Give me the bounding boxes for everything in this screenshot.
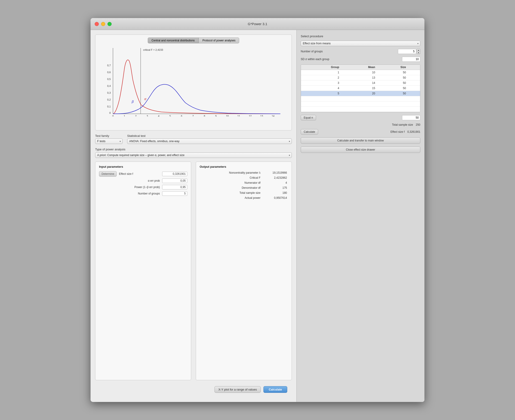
svg-text:0,4: 0,4: [107, 84, 111, 87]
group-table: Group Mean Size 1 10 50: [301, 65, 420, 112]
size-1: 50: [377, 70, 408, 75]
svg-text:0: 0: [112, 115, 114, 117]
power-input[interactable]: [162, 185, 187, 189]
mean-3: 14: [341, 80, 377, 86]
svg-text:7: 7: [192, 115, 194, 117]
numerator-df-row: Numerator df 4: [200, 181, 288, 184]
svg-text:1: 1: [124, 115, 125, 117]
right-calculate-button[interactable]: Calculate: [301, 129, 318, 135]
procedure-select-wrapper: Effect size from means: [301, 41, 420, 46]
select-procedure-label: Select procedure: [301, 35, 420, 38]
size-2: 50: [377, 75, 408, 80]
window-buttons: [95, 22, 112, 26]
critical-f-label: Critical F: [200, 176, 263, 179]
window-title: G*Power 3.1: [248, 22, 267, 26]
input-params-box: Input parameters Determine Effect size f…: [95, 162, 191, 380]
effect-size-result-area: Effect size f 0,3261901: [390, 130, 420, 134]
equal-n-input[interactable]: [402, 115, 420, 120]
actual-power-label: Actual power: [200, 196, 263, 200]
denominator-df-value: 175: [263, 186, 288, 189]
alpha-label: α err prob: [99, 179, 162, 182]
noncentrality-value: 19,1519966: [263, 171, 288, 174]
size-4: 50: [377, 86, 408, 91]
critical-f-value: 2,4232862: [263, 176, 288, 179]
numerator-df-label: Numerator df: [200, 181, 263, 184]
group-5: 5: [301, 91, 341, 96]
svg-text:0: 0: [109, 112, 111, 114]
determine-button[interactable]: Determine: [99, 171, 117, 177]
svg-text:5: 5: [169, 115, 171, 117]
right-sd-label: SD σ within each group: [301, 58, 329, 61]
svg-text:2: 2: [135, 115, 137, 117]
desktop: G*Power 3.1 Central and noncentral distr…: [0, 0, 515, 420]
col-size-header: Size: [377, 65, 408, 70]
num-groups-up-btn[interactable]: ▲: [417, 49, 420, 52]
svg-text:11: 11: [237, 115, 240, 117]
denominator-df-row: Denominator df 175: [200, 186, 288, 189]
determine-area: Determine Effect size f: [99, 171, 135, 177]
tab-distributions[interactable]: Central and noncentral distributions: [148, 38, 199, 43]
table-row: 1 10 50: [301, 70, 420, 75]
test-family-label: Test family: [95, 134, 123, 138]
right-sd-input[interactable]: [402, 57, 420, 62]
power-row: Power (1−β err prob): [99, 185, 187, 189]
effect-size-f-right-label: Effect size f: [390, 130, 405, 134]
effect-size-input[interactable]: [162, 172, 187, 176]
statistical-test-select[interactable]: ANOVA: Fixed effects, omnibus, one-way: [127, 138, 292, 144]
statistical-test-label: Statistical test: [127, 134, 292, 138]
right-panel: Select procedure Effect size from means …: [296, 30, 424, 402]
total-sample-row: Total sample size 180: [200, 191, 288, 195]
content-area: Central and noncentral distributions Pro…: [91, 30, 424, 402]
num-groups-down-btn[interactable]: ▼: [417, 52, 420, 54]
effect-size-result-row: Calculate Effect size f 0,3261901: [301, 129, 420, 135]
svg-text:14: 14: [272, 115, 274, 117]
mean-2: 13: [341, 75, 377, 80]
num-groups-row: Number of groups: [99, 191, 187, 196]
calculate-main-button[interactable]: Calculate: [263, 386, 287, 393]
equal-n-row: Equal n: [301, 115, 420, 120]
noncentrality-row: Noncentrality parameter λ 19,1519966: [200, 171, 288, 174]
chart-container: Central and noncentral distributions Pro…: [95, 35, 292, 130]
output-params-box: Output parameters Noncentrality paramete…: [196, 162, 292, 380]
svg-text:13: 13: [260, 115, 263, 117]
statistical-test-group: Statistical test ANOVA: Fixed effects, o…: [127, 134, 292, 144]
minimize-button[interactable]: [101, 22, 105, 26]
effect-size-label: Effect size f: [119, 172, 135, 175]
total-sample-label: Total sample size: [200, 191, 263, 195]
svg-text:β: β: [131, 100, 134, 104]
svg-text:0,5: 0,5: [107, 78, 111, 80]
right-num-groups-label: Number of groups: [301, 50, 323, 53]
close-button[interactable]: [95, 22, 99, 26]
mean-1: 10: [341, 70, 377, 75]
test-family-row: Test family F tests Statistical test ANO…: [95, 134, 292, 144]
close-drawer-button[interactable]: Close effect size drawer: [301, 146, 420, 153]
svg-text:α: α: [144, 97, 146, 101]
xy-plot-button[interactable]: X-Y plot for a range of values: [215, 386, 261, 393]
denominator-df-label: Denominator df: [200, 186, 263, 189]
chart-tabs: Central and noncentral distributions Pro…: [98, 38, 289, 43]
num-groups-input[interactable]: [162, 191, 187, 196]
table-row-active: 5 20 50: [301, 91, 420, 96]
main-window: G*Power 3.1 Central and noncentral distr…: [91, 18, 424, 402]
power-analysis-select[interactable]: A priori: Compute required sample size –…: [95, 152, 292, 158]
bottom-buttons: X-Y plot for a range of values Calculate: [95, 384, 292, 397]
tab-protocol[interactable]: Protocol of power analyses: [199, 38, 239, 43]
table-row-empty: ---: [301, 107, 420, 112]
alpha-row: α err prob: [99, 179, 187, 183]
maximize-button[interactable]: [108, 22, 112, 26]
svg-text:critical F = 2,4233: critical F = 2,4233: [143, 48, 163, 51]
procedure-select[interactable]: Effect size from means: [301, 41, 420, 46]
equal-n-button[interactable]: Equal n: [301, 115, 316, 120]
mean-5: 20: [341, 91, 377, 96]
right-sd-row: SD σ within each group: [301, 57, 420, 62]
col-extra-header: [408, 65, 420, 70]
table-row: 2 13 50: [301, 75, 420, 80]
right-num-groups-input[interactable]: [398, 49, 416, 54]
svg-text:10: 10: [226, 115, 229, 117]
test-family-select[interactable]: F tests: [95, 138, 123, 144]
power-label: Power (1−β err prob): [99, 186, 162, 189]
alpha-input[interactable]: [162, 179, 187, 183]
svg-text:0,2: 0,2: [107, 98, 111, 101]
transfer-button[interactable]: Calculate and transfer to main window: [301, 137, 420, 144]
size-3: 50: [377, 80, 408, 86]
